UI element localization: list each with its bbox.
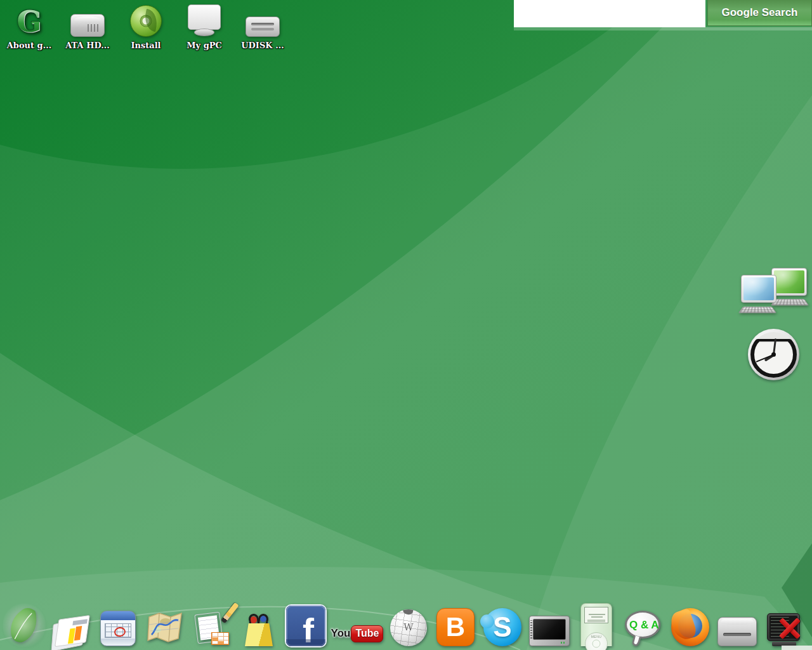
youtube-tube-text: Tube [351,625,383,642]
dock-item-google-maps[interactable] [145,602,185,646]
desktop-icon-my-gpc[interactable]: My gPC [175,4,233,50]
dock-item-qa-chat[interactable]: Q & A [623,602,664,646]
facebook-letter: f [303,614,314,646]
dock-item-firefox[interactable] [670,602,710,646]
facebook-icon: f [286,606,325,646]
dock-item-google-calendar[interactable] [98,602,138,646]
firefox-icon [671,608,709,646]
shopping-bag-icon [244,612,273,646]
youtube-you-text: You [331,627,351,640]
analog-clock-widget [748,329,799,380]
computer-monitor-icon [188,4,221,30]
desktop-icon-udisk[interactable]: UDISK ... [233,4,292,50]
blogger-icon: B [436,608,475,646]
disk-drive-icon [717,617,757,646]
dock: f You Tube W B S MENU Q & A [4,602,804,646]
desktop-icon-label: UDISK ... [241,41,284,50]
map-icon [147,611,183,646]
desktop-icon-label: Install [131,41,160,50]
notepad-pencil-icon [193,611,230,646]
dock-item-wikipedia[interactable]: W [388,602,429,646]
terminal-blocked-icon [766,613,802,646]
network-computers-icon[interactable] [741,268,807,320]
monitor-blue-icon [741,275,776,303]
keyboard-icon [738,307,776,313]
ipod-icon: MENU [580,603,612,646]
dock-item-youtube[interactable]: You Tube [332,602,382,646]
tv-icon [529,616,570,646]
dock-item-disk-drive[interactable] [717,602,757,646]
g-logo-icon: G [16,6,41,37]
dock-item-ipod-music[interactable]: MENU [576,602,617,646]
skype-letter: S [493,613,511,641]
newspaper-icon [53,614,89,646]
desktop-icon-label: My gPC [187,41,222,50]
dock-item-blogger[interactable]: B [435,602,476,646]
dock-item-facebook[interactable]: f [285,602,326,646]
monitor-green-icon [771,268,807,296]
dock-item-google-shopping[interactable] [239,602,279,646]
wikipedia-letter: W [403,621,413,633]
dock-item-gos-menu[interactable] [4,602,44,646]
dock-item-google-docs[interactable] [192,602,232,646]
desktop-icon-label: About g... [7,41,52,50]
dock-item-tv-media[interactable] [529,602,570,646]
ipod-menu-text: MENU [591,635,602,639]
dock-item-skype[interactable]: S [482,602,523,646]
desktop-icon-ata-hd[interactable]: ATA HD... [58,4,117,50]
removable-drive-icon [246,17,280,37]
clock-hub [771,352,776,357]
calendar-icon [100,611,136,646]
desktop-icon-install[interactable]: Install [117,4,175,50]
wikipedia-globe-icon: W [390,609,427,646]
wallpaper [0,0,812,650]
google-search-widget: Google Search [514,0,812,27]
install-disc-icon [130,5,162,37]
desktop-icon-about-gos[interactable]: G About g... [0,4,58,50]
leaf-menu-icon [5,604,43,646]
google-search-button[interactable]: Google Search [707,0,812,26]
desktop-icon-area: G About g... ATA HD... Install My gPC UD… [0,4,292,50]
wallpaper-light-stripe [514,27,812,30]
skype-icon: S [483,608,521,646]
desktop-icon-label: ATA HD... [65,41,110,50]
dock-item-terminal-blocked[interactable] [764,602,804,646]
qa-speech-bubble-icon: Q & A [625,609,662,646]
qa-text: Q & A [629,619,660,632]
youtube-icon: You Tube [331,621,384,646]
blogger-letter: B [446,614,465,640]
hard-drive-icon [70,14,105,37]
google-search-input[interactable] [514,0,705,27]
bottom-right-window-sliver [782,646,812,650]
dock-item-google-news[interactable] [51,602,91,646]
